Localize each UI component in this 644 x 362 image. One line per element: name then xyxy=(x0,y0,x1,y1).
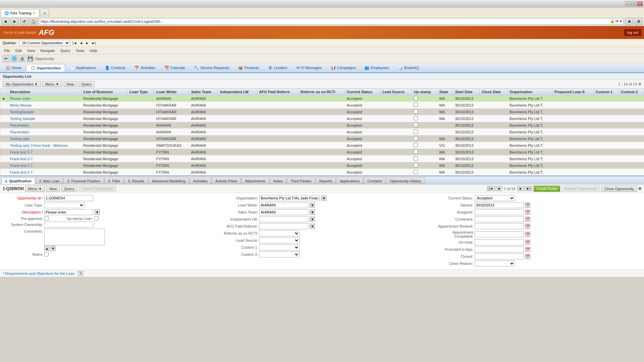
my-opportunities-button[interactable]: My Opportunities ▼ xyxy=(3,81,41,87)
expand-icon[interactable]: ⊞ xyxy=(638,82,641,86)
tab-filter[interactable]: 4. Filter xyxy=(104,178,124,184)
nav-tab-employees[interactable]: 👥 Employees xyxy=(360,64,393,72)
col-status[interactable]: Current Status xyxy=(345,89,380,95)
toolbar-print-icon[interactable]: 🖨 xyxy=(19,55,25,62)
menu-tools[interactable]: Tools xyxy=(73,48,87,53)
tab-applications[interactable]: Applications xyxy=(336,178,363,184)
nav-tab-service-requests[interactable]: 🔧 Service Requests xyxy=(190,64,233,72)
nav-tab-activities[interactable]: 📅 Activities xyxy=(130,64,159,72)
toolbar-save-icon[interactable]: 💾 xyxy=(27,55,34,62)
on-hold-calendar-icon[interactable]: 📅 xyxy=(525,240,530,245)
table-row[interactable]: Frank test 2-7Residential MortgageFYITAN… xyxy=(0,149,644,156)
contacted-input[interactable] xyxy=(475,216,524,222)
tools-icon[interactable]: ⚙ xyxy=(635,18,643,25)
nav-tab-calendar[interactable]: 📆 Calendar xyxy=(160,64,190,72)
nav-last-btn[interactable]: ►| xyxy=(525,186,532,191)
nav-first-icon[interactable]: |◄ xyxy=(73,41,77,45)
promoted-input[interactable] xyxy=(475,246,524,252)
description-input[interactable] xyxy=(44,209,93,215)
pre-approval-checkbox[interactable] xyxy=(44,216,49,221)
afg-paid-lookup-icon[interactable]: ▼ xyxy=(310,224,315,229)
menu-query[interactable]: Query xyxy=(58,48,73,53)
nav-tab-contacts[interactable]: 👤 Contacts xyxy=(101,64,130,72)
custom2-select[interactable] xyxy=(259,251,300,257)
menu-file[interactable]: File xyxy=(1,48,13,53)
menu-edit[interactable]: Edit xyxy=(13,48,24,53)
col-org[interactable]: Organisation xyxy=(507,89,552,95)
col-custom1[interactable]: Custom 1 xyxy=(594,89,619,95)
tab-activity-plans[interactable]: Activity Plans xyxy=(212,178,241,184)
custom1-select[interactable] xyxy=(259,244,300,250)
current-status-select[interactable]: Accepted xyxy=(475,195,515,201)
address-bar[interactable]: https://flextraining.afgonline.com.au/fi… xyxy=(39,18,624,25)
lead-source-select[interactable] xyxy=(259,237,300,243)
col-afg-ref[interactable]: AFG Paid Referre xyxy=(257,89,299,95)
nav-tab-brokeriq[interactable]: 📊 BrokerIQ xyxy=(394,64,423,72)
system-ownership-input[interactable] xyxy=(44,222,93,228)
tab-activities[interactable]: Activities xyxy=(190,178,211,184)
menu-help[interactable]: Help xyxy=(87,48,100,53)
tab-notes[interactable]: Notes xyxy=(270,178,287,184)
col-loan-type[interactable]: Loan Type xyxy=(127,89,154,95)
col-rcti[interactable]: Referrer as on RCTI xyxy=(299,89,345,95)
table-row[interactable]: Testing SampleResidential MortgageHTHAKR… xyxy=(0,115,644,122)
appt-booked-input[interactable] xyxy=(475,223,524,229)
nav-next-icon[interactable]: ► xyxy=(86,41,89,45)
table-row[interactable]: Testing optyResidential MortgageHTHAKRAR… xyxy=(0,135,644,142)
organisation-lookup-icon[interactable]: ▼ xyxy=(321,195,326,201)
nav-first-btn[interactable]: |◄ xyxy=(487,186,495,191)
sales-team-lookup-icon[interactable]: ▼ xyxy=(310,209,315,215)
appt-booked-calendar-icon[interactable]: 📅 xyxy=(525,224,530,229)
requirements-expand-icon[interactable]: + xyxy=(78,271,83,276)
back-button[interactable]: ◄ xyxy=(1,18,9,25)
notes-checkbox[interactable] xyxy=(44,252,49,256)
nav-tab-lenders[interactable]: 🏦 Lenders xyxy=(264,64,292,72)
menu-button[interactable]: Menu ▼ xyxy=(42,81,62,87)
table-row[interactable]: Frank test 2-7Residential MortgageFYITAN… xyxy=(0,162,644,169)
nav-tab-opportunities[interactable]: 📋 Opportunities xyxy=(26,64,65,71)
toolbar-globe-icon[interactable]: 🌐 xyxy=(11,55,17,62)
table-row[interactable]: Frank test 2-7Residential MortgageFYITAN… xyxy=(0,169,644,176)
new-button[interactable]: New xyxy=(64,81,77,87)
nav-next-btn[interactable]: ► xyxy=(517,186,524,191)
tab-third-parties[interactable]: Third Parties xyxy=(287,178,315,184)
sales-team-input[interactable] xyxy=(259,209,308,215)
nav-last-icon[interactable]: ►| xyxy=(92,41,96,45)
rcti-select[interactable] xyxy=(259,230,300,236)
loan-writer-input[interactable] xyxy=(259,202,308,208)
loan-type-select[interactable] xyxy=(44,202,85,208)
upstamp-checkbox[interactable] xyxy=(94,216,99,221)
col-start[interactable]: Start Date xyxy=(453,89,480,95)
home-button[interactable]: 🏠 xyxy=(30,18,38,25)
table-row[interactable]: Frank test 2-7Residential MortgageFYITAN… xyxy=(0,156,644,162)
browser-tab-new[interactable]: + xyxy=(40,9,49,17)
col-lob[interactable]: Line of Business xyxy=(81,89,127,95)
afg-paid-input[interactable] xyxy=(259,223,308,229)
maximize-btn[interactable]: □ xyxy=(631,1,637,6)
requirements-link[interactable]: * Requirements and Objectives for the Lo… xyxy=(3,272,75,276)
close-opportunity-button[interactable]: Close Opportunity xyxy=(601,186,637,192)
loan-writer-lookup-icon[interactable]: ▼ xyxy=(310,202,315,208)
queries-dropdown[interactable]: 00 Current Opportunities xyxy=(19,40,70,46)
table-row[interactable]: PlaceholderResidential MortgageAHIRANIAH… xyxy=(0,122,644,129)
nav-tab-campaigns[interactable]: 📢 Campaigns xyxy=(327,64,360,72)
menu-navigate[interactable]: Navigate xyxy=(38,48,57,53)
col-upstamp[interactable]: Up-stamp xyxy=(412,89,437,95)
nav-prev-btn[interactable]: ◄ xyxy=(495,186,502,191)
comments-scroll-down[interactable]: ▼ xyxy=(50,246,56,251)
tab-close-icon[interactable]: ✕ xyxy=(33,11,36,15)
closed-calendar-icon[interactable]: 📅 xyxy=(525,254,530,259)
description-lookup-icon[interactable]: ▼ xyxy=(95,209,100,215)
query-button[interactable]: Query xyxy=(78,81,95,87)
col-state[interactable]: State xyxy=(437,89,453,95)
on-hold-input[interactable] xyxy=(475,239,524,245)
forward-button[interactable]: ► xyxy=(11,18,19,25)
table-row[interactable]: Micky MouseResidential MortgageHTHAKRARA… xyxy=(0,102,644,109)
toolbar-edit-icon[interactable]: ✏ xyxy=(3,55,9,62)
close-reason-select[interactable] xyxy=(475,260,515,266)
tab-opportunity-history[interactable]: Opportunity History xyxy=(386,178,425,184)
ind-lw-input[interactable] xyxy=(259,216,308,222)
tab-results[interactable]: 5. Results xyxy=(124,178,148,184)
contacted-calendar-icon[interactable]: 📅 xyxy=(525,217,530,222)
col-close[interactable]: Close Date xyxy=(480,89,507,95)
